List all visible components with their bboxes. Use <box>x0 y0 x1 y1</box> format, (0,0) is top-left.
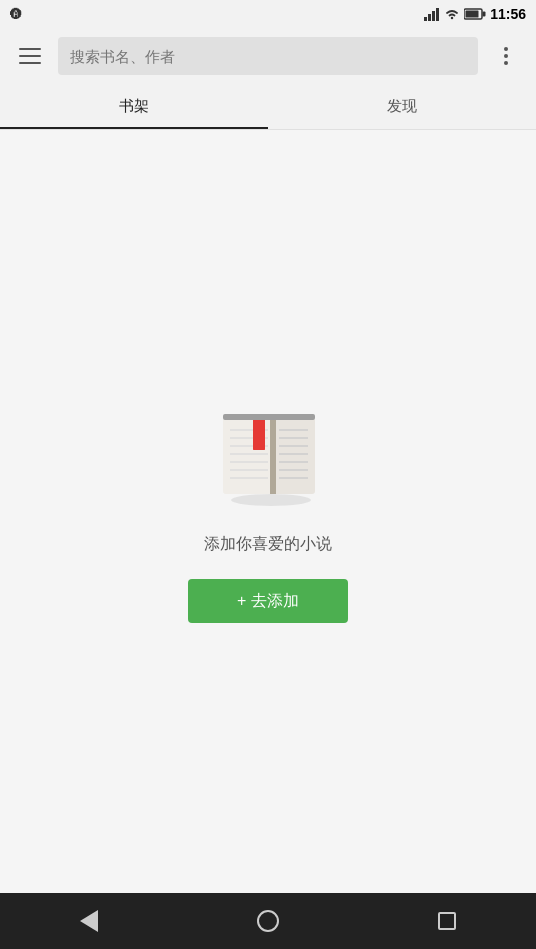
svg-point-7 <box>231 494 311 506</box>
back-button[interactable] <box>64 896 114 946</box>
signal-icon <box>424 7 440 21</box>
hamburger-icon <box>19 48 41 64</box>
book-svg <box>203 400 333 510</box>
svg-rect-5 <box>466 11 479 18</box>
recents-button[interactable] <box>422 896 472 946</box>
main-content: 添加你喜爱的小说 + 去添加 <box>0 130 536 893</box>
svg-rect-26 <box>270 418 276 494</box>
battery-icon <box>464 8 486 20</box>
svg-rect-27 <box>223 414 315 420</box>
search-input[interactable] <box>70 48 466 65</box>
status-bar: 🅐 11:56 <box>0 0 536 28</box>
recents-icon <box>438 912 456 930</box>
more-icon <box>504 47 508 65</box>
tab-bookshelf[interactable]: 书架 <box>0 84 268 129</box>
svg-rect-0 <box>424 17 427 21</box>
wifi-icon <box>444 7 460 21</box>
menu-button[interactable] <box>10 36 50 76</box>
tab-discover[interactable]: 发现 <box>268 84 536 129</box>
home-button[interactable] <box>243 896 293 946</box>
status-bar-left: 🅐 <box>10 7 22 21</box>
more-button[interactable] <box>486 36 526 76</box>
search-bar[interactable] <box>58 37 478 75</box>
tabs: 书架 发现 <box>0 84 536 130</box>
status-bar-right: 11:56 <box>424 6 526 22</box>
svg-rect-3 <box>436 8 439 21</box>
svg-rect-1 <box>428 14 431 21</box>
top-bar <box>0 28 536 84</box>
nav-bar <box>0 893 536 949</box>
android-icon: 🅐 <box>10 7 22 21</box>
status-time: 11:56 <box>490 6 526 22</box>
book-illustration <box>203 400 333 510</box>
back-icon <box>80 910 98 932</box>
svg-rect-2 <box>432 11 435 21</box>
add-book-button[interactable]: + 去添加 <box>188 579 348 623</box>
home-icon <box>257 910 279 932</box>
svg-rect-6 <box>483 12 486 17</box>
empty-state-description: 添加你喜爱的小说 <box>204 534 332 555</box>
